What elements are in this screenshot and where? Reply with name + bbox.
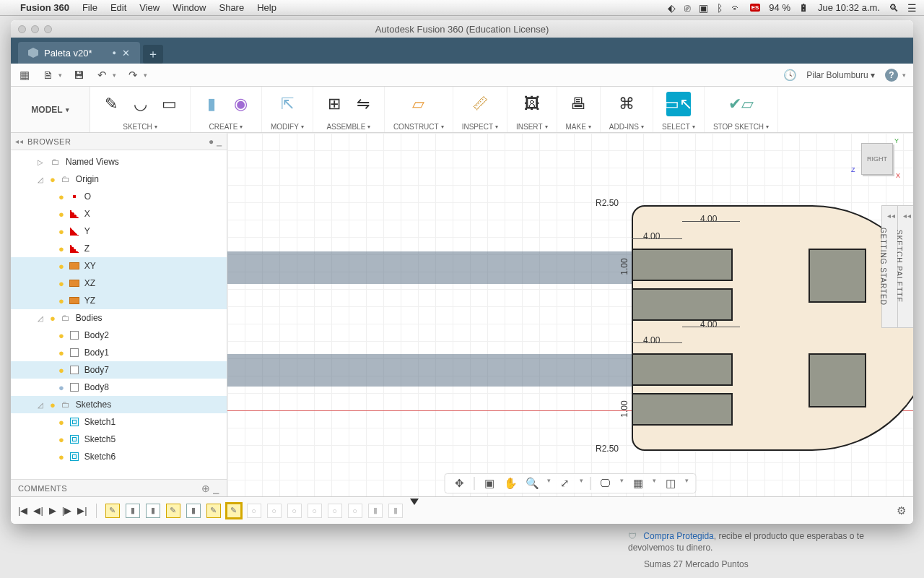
select-icon[interactable]: ▭↖ (666, 92, 691, 116)
browser-collapse-icon[interactable]: ◂◂ (15, 137, 23, 145)
visibility-icon[interactable]: ● (58, 209, 64, 220)
new-component-icon[interactable]: ⊞ (322, 92, 346, 116)
timeline-feature[interactable]: ✎ (105, 504, 120, 518)
visibility-icon[interactable]: ● (58, 278, 64, 289)
menu-window[interactable]: Window (173, 2, 206, 13)
dropbox-icon[interactable]: ⬖ (668, 2, 676, 14)
bodies-node[interactable]: Bodies (76, 313, 103, 323)
visibility-icon[interactable]: ● (58, 348, 64, 358)
ribbon-assemble[interactable]: ⊞ ⇋ ASSEMBLE▾ (313, 87, 385, 132)
stop-sketch-icon[interactable]: ✔▱ (729, 92, 754, 116)
ribbon-insert[interactable]: 🖼︎ INSERT▾ (507, 87, 557, 132)
wifi-icon[interactable]: ᯤ (731, 2, 741, 14)
dimension[interactable]: 4.00 (700, 319, 717, 329)
timeline-feature[interactable]: ✎ (206, 504, 221, 518)
viewports-icon[interactable]: ◫ (663, 477, 678, 490)
scripts-icon[interactable]: ⌘ (614, 92, 639, 116)
visibility-icon[interactable]: ● (58, 261, 64, 272)
visibility-icon[interactable]: ● (50, 400, 56, 410)
sketch-palette-tab[interactable]: ◂◂SKETCH PALETTE (897, 205, 913, 328)
fit-icon[interactable]: ⤢ (558, 477, 572, 490)
ribbon-modify[interactable]: ⇱ MODIFY▾ (262, 87, 313, 132)
app-name[interactable]: Fusion 360 (20, 2, 69, 13)
axis-x[interactable]: X (84, 209, 90, 219)
sketch-geometry[interactable]: R2.50 R2.50 4.00 4.00 4.00 4.00 1.00 1.0… (415, 205, 913, 451)
notification-center-icon[interactable]: ☰ (907, 2, 917, 14)
visibility-icon[interactable]: ● (58, 191, 64, 202)
display-icon[interactable]: ▣ (699, 2, 708, 14)
sketch-create-icon[interactable]: ✎ (99, 92, 123, 116)
pan-icon[interactable]: ✋ (504, 477, 518, 490)
ribbon-stop-sketch[interactable]: ✔▱ STOP SKETCH▾ (705, 87, 778, 132)
dimension[interactable]: 1.00 (619, 400, 629, 417)
clock[interactable]: Jue 10:32 a.m. (818, 2, 880, 13)
axis-y[interactable]: Y (84, 226, 90, 236)
ribbon-addins[interactable]: ⌘ ADD-INS▾ (601, 87, 653, 132)
form-icon[interactable]: ◉ (228, 92, 253, 116)
ribbon-inspect[interactable]: 📏︎ INSPECT▾ (453, 87, 507, 132)
extrude-icon[interactable]: ▮ (199, 92, 224, 116)
timeline-feature-suppressed[interactable]: ○ (308, 504, 322, 518)
timeline-feature[interactable]: ▮ (126, 504, 140, 518)
battery-icon[interactable]: 🔋︎ (799, 2, 809, 14)
redo-icon[interactable]: ↷ (126, 69, 139, 82)
undo-icon[interactable]: ↶ (95, 69, 108, 82)
document-tab[interactable]: Paleta v20* ● ✕ (18, 42, 140, 64)
dimension[interactable]: 4.00 (700, 214, 717, 224)
sketch-node[interactable]: Sketch5 (84, 434, 116, 444)
visibility-icon[interactable]: ● (50, 174, 56, 185)
timeline-feature-suppressed[interactable]: ○ (247, 504, 261, 518)
visibility-icon[interactable]: ● (58, 434, 64, 445)
origin-o[interactable]: O (84, 191, 91, 202)
display-style-icon[interactable]: 🖵 (598, 477, 613, 490)
menu-edit[interactable]: Edit (110, 2, 126, 13)
timeline-feature-suppressed[interactable]: ○ (287, 504, 302, 518)
zoom-icon[interactable]: 🔍 (526, 477, 540, 490)
expand-arrow-icon[interactable]: ▷ (35, 158, 45, 166)
visibility-icon[interactable]: ● (58, 417, 64, 428)
document-close-icon[interactable]: ✕ (122, 48, 130, 59)
timeline-feature[interactable]: ▮ (146, 504, 160, 518)
visibility-icon[interactable]: ● (58, 330, 64, 341)
timeline-feature-suppressed[interactable]: ▮ (368, 504, 383, 518)
timeline-feature-active[interactable]: ✎ (227, 504, 241, 518)
viewport-canvas[interactable]: R2.50 R2.50 4.00 4.00 4.00 4.00 1.00 1.0… (227, 133, 913, 496)
plane-icon[interactable]: ▱ (406, 92, 431, 116)
sketch-node[interactable]: Sketch6 (84, 452, 116, 462)
plane-xy[interactable]: XY (84, 261, 96, 271)
presspull-icon[interactable]: ⇱ (275, 92, 300, 116)
timeline-play-icon[interactable]: ▶ (49, 505, 56, 516)
menu-share[interactable]: Share (219, 2, 244, 13)
timeline-feature-suppressed[interactable]: ▮ (388, 504, 403, 518)
plane-xz[interactable]: XZ (84, 278, 95, 288)
dimension-radius[interactable]: R2.50 (596, 198, 619, 208)
file-menu-icon[interactable]: 🗎 (41, 69, 54, 82)
decal-icon[interactable]: 🖼︎ (520, 92, 544, 116)
named-views-node[interactable]: Named Views (66, 157, 119, 167)
axis-z[interactable]: Z (84, 243, 90, 254)
timeline-settings-icon[interactable]: ⚙ (897, 504, 906, 517)
body-node[interactable]: Body1 (84, 348, 109, 358)
ribbon-sketch[interactable]: ✎ ◡ ▭ SKETCH▾ (90, 87, 191, 132)
visibility-icon[interactable]: ● (58, 226, 64, 237)
timeline-end-icon[interactable]: ▶| (77, 505, 87, 516)
workspace-selector[interactable]: MODEL▾ (11, 87, 90, 132)
dimension[interactable]: 1.00 (619, 258, 629, 275)
timeline-feature-suppressed[interactable]: ○ (348, 504, 362, 518)
visibility-icon[interactable]: ● (58, 296, 64, 306)
timeline-fwd-icon[interactable]: |▶ (62, 505, 71, 516)
dimension[interactable]: 4.00 (643, 335, 660, 345)
timeline-feature-suppressed[interactable]: ○ (328, 504, 342, 518)
body-node[interactable]: Body7 (84, 365, 109, 375)
browser-header[interactable]: ◂◂ BROWSER ● ⎯ (11, 133, 227, 150)
joint-icon[interactable]: ⇋ (351, 92, 375, 116)
sketch-rect-icon[interactable]: ▭ (157, 92, 181, 116)
dimension-radius[interactable]: R2.50 (596, 444, 619, 454)
timeline-back-icon[interactable]: ◀| (33, 505, 43, 516)
ribbon-create[interactable]: ▮ ◉ CREATE▾ (191, 87, 262, 132)
collapse-arrow-icon[interactable]: ◿ (35, 314, 45, 322)
save-icon[interactable]: 💾︎ (72, 69, 85, 82)
body-node[interactable]: Body2 (84, 330, 109, 340)
timeline-feature[interactable]: ▮ (186, 504, 201, 518)
plane-yz[interactable]: YZ (84, 296, 95, 306)
